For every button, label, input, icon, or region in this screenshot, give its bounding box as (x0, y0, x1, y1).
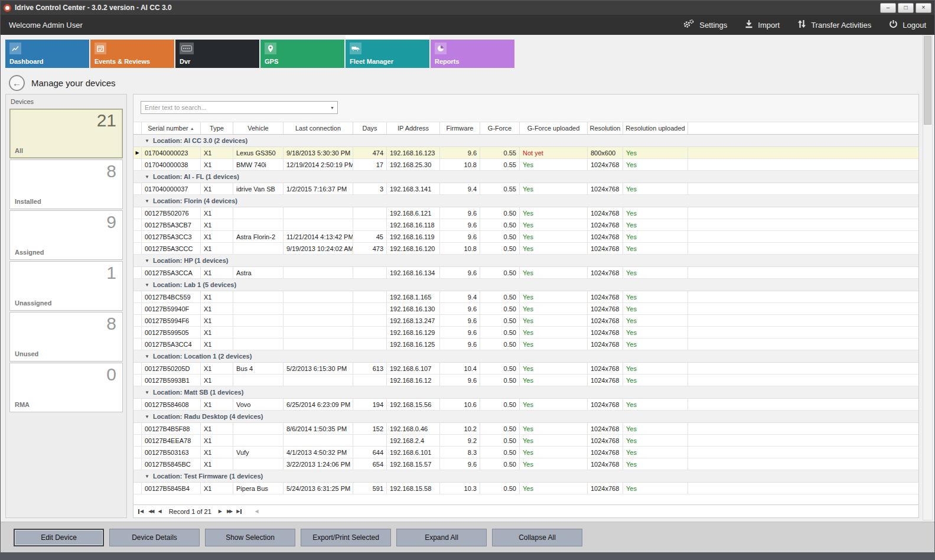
tab-dvr[interactable]: Dvr (175, 40, 259, 68)
group-row[interactable]: ▼Location: Location 1 (2 devices) (133, 350, 918, 363)
column-header-firmware[interactable]: Firmware (440, 122, 480, 134)
column-header-last_connection[interactable]: Last connection (284, 122, 353, 134)
pager-scroll-left-icon[interactable]: ◀ (255, 509, 258, 514)
filter-card-rma[interactable]: 0 RMA (9, 363, 123, 412)
column-header-gforce[interactable]: G-Force (480, 122, 520, 134)
cell-gforce: 0.55 (480, 183, 520, 194)
import-button[interactable]: Import (745, 19, 780, 30)
cell-vehicle (233, 219, 284, 230)
group-collapse-icon[interactable]: ▼ (145, 414, 149, 419)
tab-dashboard[interactable]: Dashboard (5, 40, 89, 68)
group-row[interactable]: ▼Location: Florin (4 devices) (133, 195, 918, 207)
column-header-type[interactable]: Type (201, 122, 233, 134)
column-label: G-Force uploaded (527, 125, 580, 132)
table-row[interactable]: 017040000038X1BMW 740i12/19/2014 2:50:19… (133, 159, 918, 171)
table-row[interactable]: ▶017040000023X1Lexus GS3509/18/2013 5:30… (133, 147, 918, 159)
table-row[interactable]: 00127B4BC559X1192.168.1.1659.40.50Yes102… (133, 291, 918, 303)
table-row[interactable]: 00127B5A3CCCX19/19/2013 10:24:02 AM47319… (133, 243, 918, 255)
column-header-resolution[interactable]: Resolution (588, 122, 623, 134)
column-header-serial[interactable]: Serial number▲ (142, 122, 201, 134)
table-row[interactable]: 00127B5A3CC4X1192.168.16.1259.60.50Yes10… (133, 338, 918, 350)
group-collapse-icon[interactable]: ▼ (145, 282, 149, 288)
pager-prev-page-icon[interactable]: ◀◀ (148, 509, 153, 514)
show-selection-button[interactable]: Show Selection (205, 529, 295, 546)
pager-next-page-icon[interactable]: ▶▶ (227, 509, 232, 514)
table-row[interactable]: 00127B5845BCX13/22/2013 1:24:06 PM654192… (133, 458, 918, 470)
tab-gps[interactable]: GPS (260, 40, 344, 68)
column-header-vehicle[interactable]: Vehicle (233, 122, 284, 134)
cell-vehicle (233, 327, 284, 338)
filter-card-assigned[interactable]: 9 Assigned (9, 210, 123, 260)
cell-last_connection (284, 219, 353, 230)
group-collapse-icon[interactable]: ▼ (145, 258, 149, 263)
table-row[interactable]: 00127B502076X1192.168.6.1219.60.50Yes102… (133, 207, 918, 219)
pager-prev-icon[interactable]: ◀ (158, 509, 161, 514)
table-row[interactable]: 00127B50205DX1Bus 45/2/2013 6:15:30 PM61… (133, 363, 918, 375)
filter-card-all[interactable]: 21 All (9, 109, 123, 158)
table-row[interactable]: 00127B5A3CB7X1192.168.16.1189.60.50Yes10… (133, 219, 918, 231)
group-row[interactable]: ▼Location: AI CC 3.0 (2 devices) (133, 135, 918, 147)
table-row[interactable]: 017040000037X1idrive Van SB1/2/2015 7:16… (133, 183, 918, 195)
group-collapse-icon[interactable]: ▼ (145, 474, 149, 479)
record-pager: ◀ ◀◀ ◀ Record 1 of 21 ▶ ▶▶ ▶ ◀ (133, 504, 918, 517)
filter-card-installed[interactable]: 8 Installed (9, 159, 123, 209)
table-row[interactable]: 00127B4B5F88X18/6/2014 1:50:35 PM152192.… (133, 423, 918, 435)
collapse-all-button[interactable]: Collapse All (492, 529, 582, 546)
maximize-button[interactable]: □ (898, 3, 914, 13)
device-details-button[interactable]: Device Details (109, 529, 200, 546)
chevron-down-icon[interactable]: ▼ (327, 106, 337, 110)
pager-last-icon[interactable]: ▶ (236, 509, 242, 514)
group-row[interactable]: ▼Location: Matt SB (1 devices) (133, 386, 918, 399)
group-row[interactable]: ▼Location: AI - FL (1 devices) (133, 171, 918, 183)
group-collapse-icon[interactable]: ▼ (145, 174, 149, 180)
logout-button[interactable]: Logout (889, 19, 926, 30)
table-row[interactable]: 00127B5A3CC3X1Astra Florin-211/21/2014 4… (133, 231, 918, 243)
expand-all-button[interactable]: Expand All (396, 529, 487, 546)
group-collapse-icon[interactable]: ▼ (145, 390, 149, 395)
group-row[interactable]: ▼Location: Lab 1 (5 devices) (133, 279, 918, 291)
table-row[interactable]: 00127B503163X1Vufy4/1/2013 4:50:32 PM644… (133, 447, 918, 458)
table-row[interactable]: 00127B5A3CCAX1Astra192.168.16.1349.60.50… (133, 267, 918, 279)
cell-type: X1 (201, 338, 233, 350)
column-header-gforce_uploaded[interactable]: G-Force uploaded (520, 122, 588, 134)
group-row[interactable]: ▼Location: HP (1 devices) (133, 255, 918, 267)
tab-reports[interactable]: Reports (431, 40, 514, 68)
back-button[interactable]: ← (9, 75, 25, 91)
table-row[interactable]: 00127B59940FX1192.168.16.1309.60.50Yes10… (133, 303, 918, 315)
settings-button[interactable]: Settings (683, 19, 727, 31)
search-input[interactable] (141, 104, 327, 111)
table-row[interactable]: 00127B584608X1Vovo6/25/2014 6:23:09 PM19… (133, 399, 918, 411)
table-row[interactable]: 00127B5993B1X1192.168.16.129.60.50Yes102… (133, 375, 918, 386)
group-collapse-icon[interactable]: ▼ (145, 198, 149, 204)
group-row[interactable]: ▼Location: Radu Desktop (4 devices) (133, 411, 918, 423)
pager-next-icon[interactable]: ▶ (219, 509, 222, 514)
table-row[interactable]: 00127B5845B4X1Pipera Bus5/24/2013 6:31:2… (133, 483, 918, 494)
column-header-days[interactable]: Days (353, 122, 387, 134)
cell-type: X1 (201, 207, 233, 219)
close-button[interactable]: × (916, 3, 931, 13)
cell-firmware: 10.4 (440, 363, 480, 374)
scrollbar-thumb[interactable] (924, 36, 931, 125)
filter-card-unassigned[interactable]: 1 Unassigned (9, 261, 123, 311)
cell-resolution_uploaded: Yes (623, 435, 688, 446)
group-row[interactable]: ▼Location: Test Firmware (1 devices) (133, 470, 918, 483)
filter-card-unused[interactable]: 8 Unused (9, 312, 123, 362)
group-collapse-icon[interactable]: ▼ (145, 354, 149, 359)
column-header-ip[interactable]: IP Address (387, 122, 440, 134)
transfer-activities-button[interactable]: Transfer Activities (797, 19, 871, 30)
column-header-resolution_uploaded[interactable]: Resolution uploaded (623, 122, 688, 134)
minimize-button[interactable]: – (880, 3, 896, 13)
table-row[interactable]: 00127B5994F6X1192.168.13.2479.60.50Yes10… (133, 315, 918, 327)
vertical-scrollbar[interactable] (923, 35, 933, 520)
cell-type: X1 (201, 159, 233, 170)
cell-vehicle (233, 303, 284, 314)
tab-fleet-manager[interactable]: Fleet Manager (346, 40, 429, 68)
tab-events-reviews[interactable]: Events & Reviews (90, 40, 174, 68)
table-row[interactable]: 00127B599505X1192.168.16.1299.60.50Yes10… (133, 327, 918, 338)
group-collapse-icon[interactable]: ▼ (145, 138, 149, 144)
table-row[interactable]: 00127B4EEA78X1192.168.2.49.20.50Yes1024x… (133, 435, 918, 447)
cell-days: 194 (353, 399, 387, 410)
edit-device-button[interactable]: Edit Device (14, 529, 104, 546)
pager-first-icon[interactable]: ◀ (138, 509, 144, 514)
export-print-selected-button[interactable]: Export/Print Selected (301, 529, 391, 546)
